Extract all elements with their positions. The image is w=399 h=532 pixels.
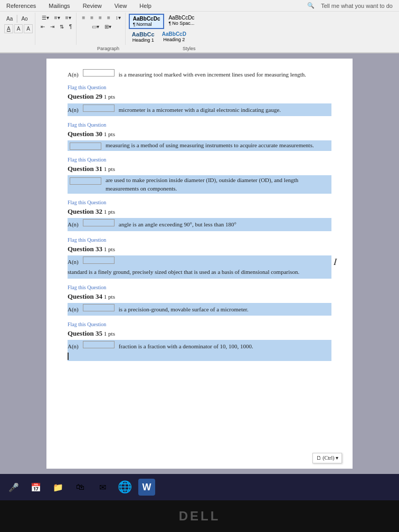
list-multi-button[interactable]: ≡▾	[63, 14, 73, 22]
question-31: Flag this Question Question 31 1 pts are…	[68, 156, 331, 194]
q33-title: Question 33 1 pts	[68, 244, 331, 254]
question-29: Flag this Question Question 29 1 pts A(n…	[68, 84, 331, 116]
style-nospace-btn[interactable]: AaBbCcDc ¶ No Spac...	[165, 14, 197, 29]
q33-prefix: A(n)	[68, 258, 79, 266]
menu-references[interactable]: References	[4, 2, 38, 10]
bottom-brand: DELL	[0, 500, 399, 532]
q33-label: Question 33	[68, 245, 102, 253]
q35-cursor-line	[68, 352, 331, 360]
q29-highlight: A(n) micrometer is a micrometer with a d…	[68, 103, 331, 116]
align-center-button[interactable]: ≡	[88, 14, 96, 22]
styles-group: AaBbCcDc ¶ Normal AaBbCcDc ¶ No Spac...	[127, 13, 200, 45]
q31-title: Question 31 1 pts	[68, 164, 331, 174]
menu-review[interactable]: Review	[81, 2, 104, 10]
tell-me-box[interactable]: 🔍 Tell me what you want to do	[305, 1, 395, 10]
q35-prefix: A(n)	[68, 343, 79, 350]
q31-text: are used to make precision inside diamet…	[106, 176, 331, 193]
style-h2-btn[interactable]: AaBbCcD Heading 2	[159, 30, 189, 44]
style-h2-label: Heading 2	[162, 37, 186, 42]
shading-button[interactable]: ▭▾	[90, 23, 101, 31]
q35-title: Question 35 1 pts	[68, 329, 331, 338]
folder-icon: 📁	[53, 482, 63, 492]
taskbar-store[interactable]: 🛍	[72, 479, 89, 496]
sort-button[interactable]: ⇅	[58, 23, 66, 31]
list-bullet-button[interactable]: ☰▾	[40, 14, 51, 22]
q30-blank[interactable]	[70, 142, 101, 150]
q34-text: is a precision-ground, movable surface o…	[119, 306, 249, 314]
styles-row-2: AaBbCc Heading 1 AaBbCcD Heading 2	[129, 30, 198, 44]
font-sep: |	[16, 14, 18, 23]
intro-answer-line: A(n) is a measuring tool marked with eve…	[68, 69, 331, 79]
ribbon-tools: Aa | Ao A A A ☰▾ ≡▾ ≡▾ ⇤ ⇥ ⇅ ¶	[0, 12, 399, 46]
flag-q30[interactable]: Flag this Question	[68, 121, 331, 129]
indent-left-button[interactable]: ⇤	[39, 23, 47, 31]
list-number-button[interactable]: ≡▾	[52, 14, 62, 22]
q35-label: Question 35	[68, 329, 102, 337]
q33-blank[interactable]	[83, 256, 115, 264]
highlight-button[interactable]: A	[24, 24, 33, 33]
align-left-button[interactable]: ≡	[80, 14, 87, 22]
ribbon-label-row: Paragraph Styles	[0, 46, 399, 53]
ctrl-popup[interactable]: 🗋 (Ctrl) ▾	[312, 453, 342, 463]
q30-label: Question 30	[68, 130, 102, 138]
q33-pts: 1 pts	[102, 246, 115, 252]
question-35: Flag this Question Question 35 1 pts A(n…	[68, 321, 331, 361]
taskbar-calendar[interactable]: 📅	[27, 479, 44, 496]
taskbar-word[interactable]: W	[138, 479, 155, 496]
color-a-button[interactable]: A	[14, 24, 23, 33]
question-33: Flag this Question Question 33 1 pts A(n…	[68, 236, 331, 279]
q30-text: measuring is a method of using measuring…	[106, 141, 314, 150]
q34-blank[interactable]	[83, 304, 115, 311]
align-right-button[interactable]: ≡	[97, 14, 104, 22]
align-group: ≡ ≡ ≡ ≡ ↕▾ ▭▾ ⊞▾	[78, 13, 125, 45]
document-container: A(n) is a measuring tool marked with eve…	[0, 53, 399, 474]
q29-blank[interactable]	[83, 104, 115, 112]
q29-text: micrometer is a micrometer with a digita…	[119, 106, 281, 114]
q32-label: Question 32	[68, 207, 102, 215]
flag-q33[interactable]: Flag this Question	[68, 236, 331, 244]
align-justify-button[interactable]: ≡	[105, 14, 112, 22]
pilcrow-button[interactable]: ¶	[67, 23, 74, 31]
menu-mailings[interactable]: Mailings	[46, 2, 72, 10]
menu-help[interactable]: Help	[137, 2, 154, 10]
flag-q32[interactable]: Flag this Question	[68, 199, 331, 206]
taskbar-chrome[interactable]: 🌐	[116, 479, 133, 496]
q35-blank[interactable]	[83, 341, 115, 348]
flag-q34[interactable]: Flag this Question	[68, 284, 331, 291]
flag-q29[interactable]: Flag this Question	[68, 84, 331, 91]
q32-pts: 1 pts	[102, 208, 115, 215]
intro-blank[interactable]	[83, 69, 115, 77]
q32-blank[interactable]	[83, 219, 115, 226]
tell-me-label: Tell me what you want to do	[319, 2, 395, 10]
flag-q35[interactable]: Flag this Question	[68, 321, 331, 328]
indent-right-button[interactable]: ⇥	[48, 23, 56, 31]
q32-prefix: A(n)	[68, 221, 79, 229]
intro-text: is a measuring tool marked with even inc…	[119, 71, 306, 79]
q29-pts: 1 pts	[102, 93, 115, 100]
q34-answer: A(n) is a precision-ground, movable surf…	[68, 304, 331, 314]
taskbar-mail[interactable]: ✉	[94, 479, 111, 496]
q29-answer: A(n) micrometer is a micrometer with a d…	[68, 104, 331, 114]
search-icon: 🔍	[305, 1, 317, 10]
style-h1-btn[interactable]: AaBbCc Heading 1	[129, 30, 158, 44]
flag-q31[interactable]: Flag this Question	[68, 156, 331, 164]
style-normal-btn[interactable]: AaBbCcDc ¶ Normal	[129, 14, 165, 29]
document-page[interactable]: A(n) is a measuring tool marked with eve…	[46, 59, 353, 469]
q34-label: Question 34	[68, 292, 102, 300]
font-aa-button[interactable]: Aa	[4, 15, 15, 23]
q29-label: Question 29	[68, 92, 102, 100]
styles-label: Styles	[183, 46, 196, 51]
font-ao-button[interactable]: Ao	[19, 15, 30, 23]
taskbar-folder[interactable]: 📁	[50, 479, 66, 496]
q31-blank[interactable]	[70, 177, 101, 185]
align-row-2: ▭▾ ⊞▾	[90, 23, 113, 31]
taskbar-microphone[interactable]: 🎤	[5, 479, 22, 496]
menu-view[interactable]: View	[112, 2, 129, 10]
border-button[interactable]: ⊞▾	[102, 23, 113, 31]
brand-text: DELL	[179, 509, 221, 524]
underline-button[interactable]: A	[4, 24, 13, 33]
q29-prefix: A(n)	[68, 106, 79, 114]
q35-text: fraction is a fraction with a denominato…	[119, 343, 253, 350]
styles-row-1: AaBbCcDc ¶ Normal AaBbCcDc ¶ No Spac...	[129, 14, 198, 29]
line-spacing-button[interactable]: ↕▾	[113, 14, 123, 22]
